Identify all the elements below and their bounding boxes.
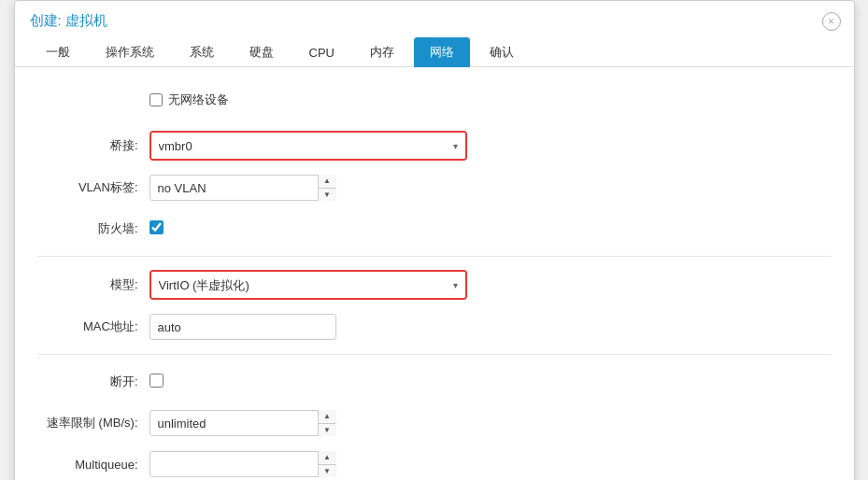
tab-confirm[interactable]: 确认 xyxy=(474,37,530,67)
rate-label: 速率限制 (MB/s): xyxy=(37,415,149,431)
multiqueue-input[interactable] xyxy=(149,451,336,477)
model-control: VirtIO (半虚拟化) E1000 RTL8139 vmxnet3 ▾ xyxy=(149,270,467,300)
firewall-row: 防火墙: xyxy=(37,215,832,243)
firewall-control xyxy=(149,220,467,237)
tab-system[interactable]: 系统 xyxy=(174,37,230,67)
bridge-label: 桥接: xyxy=(37,137,149,154)
rate-input[interactable] xyxy=(149,410,336,436)
multiqueue-label: Multiqueue: xyxy=(37,458,149,472)
mac-input[interactable] xyxy=(149,314,336,340)
vlan-row: VLAN标签: ▲ ▼ xyxy=(37,174,832,202)
mac-row: MAC地址: xyxy=(37,313,832,341)
mac-control xyxy=(149,314,467,340)
disconnect-checkbox[interactable] xyxy=(149,374,164,388)
multiqueue-spinner-wrapper: ▲ ▼ xyxy=(149,451,336,477)
mac-label: MAC地址: xyxy=(37,318,149,335)
vlan-control: ▲ ▼ xyxy=(149,175,467,201)
model-select[interactable]: VirtIO (半虚拟化) E1000 RTL8139 vmxnet3 xyxy=(151,272,465,298)
disconnect-label: 断开: xyxy=(37,374,149,390)
rate-up-button[interactable]: ▲ xyxy=(319,410,336,424)
vlan-up-button[interactable]: ▲ xyxy=(319,175,336,189)
rate-spinner-wrapper: ▲ ▼ xyxy=(149,410,336,436)
no-network-checkbox[interactable] xyxy=(149,93,163,106)
tab-general[interactable]: 一般 xyxy=(30,37,86,67)
create-vm-dialog: 创建: 虚拟机 × 一般 操作系统 系统 硬盘 CPU 内存 网络 确认 无网络… xyxy=(14,0,855,480)
model-row: 模型: VirtIO (半虚拟化) E1000 RTL8139 vmxnet3 … xyxy=(37,270,832,300)
firewall-checkbox[interactable] xyxy=(149,220,164,234)
tab-bar: 一般 操作系统 系统 硬盘 CPU 内存 网络 确认 xyxy=(15,30,854,67)
bridge-control: vmbr0 vmbr1 ▾ xyxy=(149,131,467,161)
rate-down-button[interactable]: ▼ xyxy=(319,424,336,437)
dialog-body: 无网络设备 桥接: vmbr0 vmbr1 ▾ VLAN标签: xyxy=(15,67,854,480)
section-divider-2 xyxy=(37,354,832,355)
bridge-select-wrapper: vmbr0 vmbr1 ▾ xyxy=(149,131,467,161)
multiqueue-up-button[interactable]: ▲ xyxy=(319,451,336,465)
vlan-spinner-buttons: ▲ ▼ xyxy=(318,175,336,201)
firewall-label: 防火墙: xyxy=(37,220,149,237)
section-divider xyxy=(37,256,832,257)
no-network-checkbox-label[interactable]: 无网络设备 xyxy=(149,92,229,108)
multiqueue-down-button[interactable]: ▼ xyxy=(319,465,336,478)
disconnect-control xyxy=(149,374,467,390)
multiqueue-control: ▲ ▼ xyxy=(149,451,467,477)
rate-row: 速率限制 (MB/s): ▲ ▼ xyxy=(37,409,832,437)
tab-cpu[interactable]: CPU xyxy=(293,39,350,66)
vlan-label: VLAN标签: xyxy=(37,179,149,196)
rate-spinner-buttons: ▲ ▼ xyxy=(318,410,336,436)
vlan-input[interactable] xyxy=(149,175,336,201)
model-select-wrapper: VirtIO (半虚拟化) E1000 RTL8139 vmxnet3 ▾ xyxy=(149,270,467,300)
multiqueue-row: Multiqueue: ▲ ▼ xyxy=(37,450,832,478)
close-button[interactable]: × xyxy=(822,12,841,31)
tab-memory[interactable]: 内存 xyxy=(354,37,410,67)
no-network-row: 无网络设备 xyxy=(37,86,832,114)
vlan-down-button[interactable]: ▼ xyxy=(319,189,336,202)
tab-os[interactable]: 操作系统 xyxy=(90,37,170,67)
bridge-select[interactable]: vmbr0 vmbr1 xyxy=(151,133,465,159)
tab-network[interactable]: 网络 xyxy=(414,37,470,67)
dialog-title: 创建: 虚拟机 xyxy=(30,12,107,30)
model-label: 模型: xyxy=(37,276,149,293)
rate-control: ▲ ▼ xyxy=(149,410,467,436)
bridge-row: 桥接: vmbr0 vmbr1 ▾ xyxy=(37,131,832,161)
tab-disk[interactable]: 硬盘 xyxy=(234,37,290,67)
disconnect-row: 断开: xyxy=(37,368,832,396)
vlan-spinner-wrapper: ▲ ▼ xyxy=(149,175,336,201)
no-network-text: 无网络设备 xyxy=(168,92,229,108)
dialog-header: 创建: 虚拟机 × xyxy=(15,1,854,30)
multiqueue-spinner-buttons: ▲ ▼ xyxy=(318,451,336,477)
